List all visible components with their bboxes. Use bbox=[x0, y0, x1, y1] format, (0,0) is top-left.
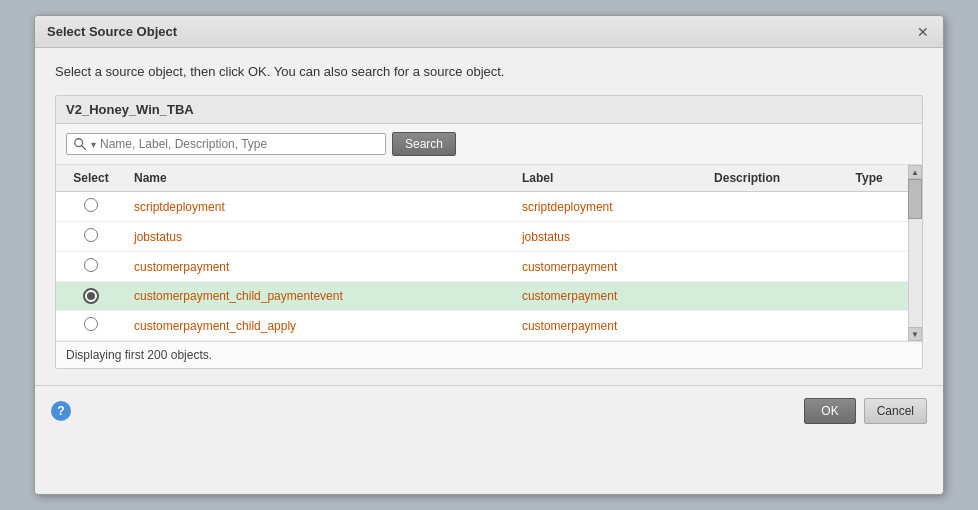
name-cell: jobstatus bbox=[126, 222, 514, 252]
description-cell bbox=[706, 282, 848, 311]
label-cell: customerpayment bbox=[514, 252, 706, 282]
table-header-row: Select Name Label Description Type bbox=[56, 165, 922, 192]
results-table: Select Name Label Description Type scrip… bbox=[56, 165, 922, 341]
select-cell[interactable] bbox=[56, 192, 126, 222]
select-cell[interactable] bbox=[56, 252, 126, 282]
dialog-title: Select Source Object bbox=[47, 24, 177, 39]
col-select: Select bbox=[56, 165, 126, 192]
description-cell bbox=[706, 222, 848, 252]
close-button[interactable]: ✕ bbox=[915, 25, 931, 39]
select-cell[interactable] bbox=[56, 222, 126, 252]
col-name: Name bbox=[126, 165, 514, 192]
table-row: scriptdeploymentscriptdeployment bbox=[56, 192, 922, 222]
scrollbar-thumb[interactable] bbox=[908, 179, 922, 219]
label-cell: jobstatus bbox=[514, 222, 706, 252]
col-description: Description bbox=[706, 165, 848, 192]
source-header: V2_Honey_Win_TBA bbox=[56, 96, 922, 124]
help-button[interactable]: ? bbox=[51, 401, 71, 421]
table-container: Select Name Label Description Type scrip… bbox=[56, 165, 922, 341]
select-cell[interactable] bbox=[56, 282, 126, 311]
label-cell: scriptdeployment bbox=[514, 192, 706, 222]
cancel-button[interactable]: Cancel bbox=[864, 398, 927, 424]
description-cell bbox=[706, 192, 848, 222]
status-bar: Displaying first 200 objects. bbox=[56, 341, 922, 368]
search-input-wrapper: ▾ bbox=[66, 133, 386, 155]
ok-button[interactable]: OK bbox=[804, 398, 855, 424]
dialog-body: Select a source object, then click OK. Y… bbox=[35, 48, 943, 385]
scrollbar-track: ▲ ▼ bbox=[908, 165, 922, 341]
name-cell: customerpayment_child_paymentevent bbox=[126, 282, 514, 311]
search-row: ▾ Search bbox=[56, 124, 922, 165]
search-button[interactable]: Search bbox=[392, 132, 456, 156]
description-cell bbox=[706, 311, 848, 341]
name-cell: scriptdeployment bbox=[126, 192, 514, 222]
scroll-up-arrow[interactable]: ▲ bbox=[908, 165, 922, 179]
dialog-description: Select a source object, then click OK. Y… bbox=[55, 64, 923, 79]
radio-button[interactable] bbox=[84, 258, 98, 272]
dialog: Select Source Object ✕ Select a source o… bbox=[34, 15, 944, 495]
radio-button[interactable] bbox=[84, 228, 98, 242]
search-input[interactable] bbox=[100, 137, 300, 151]
radio-button[interactable] bbox=[84, 198, 98, 212]
label-cell: customerpayment bbox=[514, 311, 706, 341]
table-row: customerpayment_child_paymenteventcustom… bbox=[56, 282, 922, 311]
dialog-titlebar: Select Source Object ✕ bbox=[35, 16, 943, 48]
search-dropdown-arrow[interactable]: ▾ bbox=[91, 139, 96, 150]
description-cell bbox=[706, 252, 848, 282]
radio-selected[interactable] bbox=[83, 288, 99, 304]
table-row: customerpaymentcustomerpayment bbox=[56, 252, 922, 282]
overlay: Select Source Object ✕ Select a source o… bbox=[0, 0, 978, 510]
scroll-down-arrow[interactable]: ▼ bbox=[908, 327, 922, 341]
name-cell: customerpayment bbox=[126, 252, 514, 282]
label-cell: customerpayment bbox=[514, 282, 706, 311]
col-label: Label bbox=[514, 165, 706, 192]
search-icon bbox=[73, 137, 87, 151]
svg-line-1 bbox=[82, 146, 86, 150]
table-wrapper: Select Name Label Description Type scrip… bbox=[56, 165, 922, 341]
name-cell: customerpayment_child_apply bbox=[126, 311, 514, 341]
dialog-footer: ? OK Cancel bbox=[35, 385, 943, 436]
footer-buttons: OK Cancel bbox=[804, 398, 927, 424]
table-row: customerpayment_child_applycustomerpayme… bbox=[56, 311, 922, 341]
table-row: jobstatusjobstatus bbox=[56, 222, 922, 252]
source-box: V2_Honey_Win_TBA ▾ Search bbox=[55, 95, 923, 369]
radio-button[interactable] bbox=[84, 317, 98, 331]
select-cell[interactable] bbox=[56, 311, 126, 341]
